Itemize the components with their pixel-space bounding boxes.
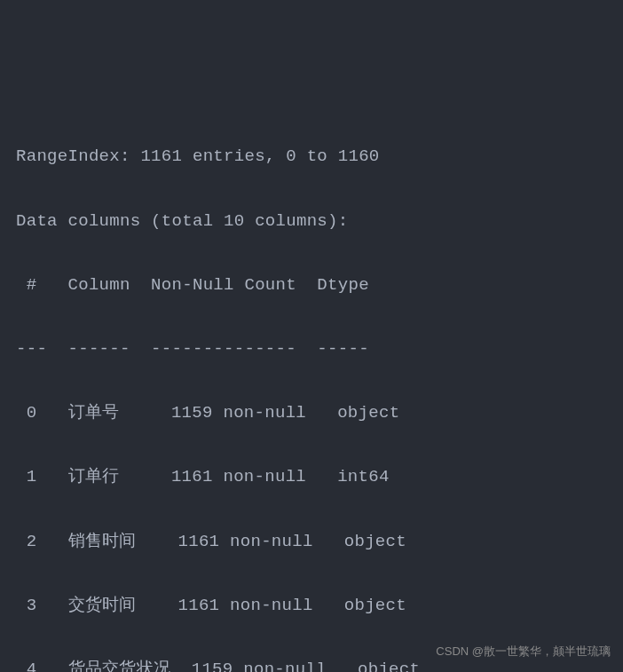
csdn-watermark: CSDN @散一世繁华，颠半世琉璃 [436,641,611,663]
output-line: Data columns (total 10 columns): [16,205,607,237]
separator-line: --- ------ -------------- ----- [16,333,607,365]
data-row: 2 销售时间 1161 non-null object [16,526,607,557]
data-row: 1 订单行 1161 non-null int64 [16,461,607,493]
column-header: # Column Non-Null Count Dtype [16,269,607,301]
output-line: RangeIndex: 1161 entries, 0 to 1160 [16,140,607,172]
data-row: 3 交货时间 1161 non-null object [16,589,607,621]
data-row: 0 订单号 1159 non-null object [16,397,607,429]
